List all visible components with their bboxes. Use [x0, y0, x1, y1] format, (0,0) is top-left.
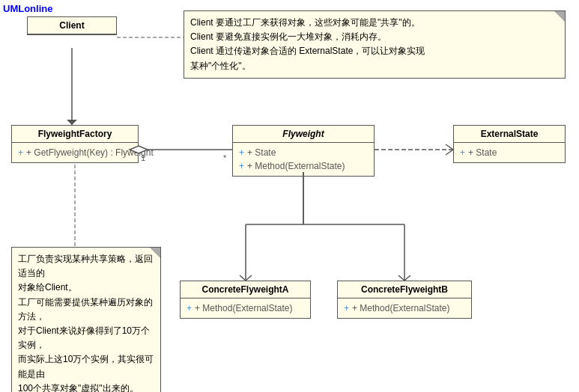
- client-box: Client: [27, 16, 117, 35]
- concrete-b-members: ++ Method(ExternalState): [338, 298, 471, 318]
- factory-members: ++ GetFlyweight(Key) : Flyweight: [12, 143, 138, 162]
- concrete-a-box: ConcreteFlyweightA ++ Method(ExternalSta…: [180, 281, 311, 319]
- external-state-box: ExternalState ++ State: [453, 125, 566, 163]
- concrete-b-box: ConcreteFlyweightB ++ Method(ExternalSta…: [337, 281, 472, 319]
- flyweight-box: Flyweight ++ State ++ Method(ExternalSta…: [232, 125, 375, 177]
- flyweight-title: Flyweight: [233, 126, 374, 143]
- flyweight-member-2: ++ Method(ExternalState): [239, 159, 368, 173]
- brand-label: UMLonline: [3, 3, 52, 14]
- concrete-b-member-1: ++ Method(ExternalState): [344, 301, 465, 315]
- external-state-member-1: ++ State: [460, 146, 559, 159]
- concrete-b-title: ConcreteFlyweightB: [338, 281, 471, 298]
- factory-box: FlyweightFactory ++ GetFlyweight(Key) : …: [11, 125, 139, 163]
- concrete-a-title: ConcreteFlyweightA: [181, 281, 310, 298]
- note-box-2: 工厂负责实现某种共享策略，返回适当的 对象给Client。 工厂可能需要提供某种…: [11, 247, 161, 392]
- svg-text:*: *: [223, 153, 227, 162]
- external-state-title: ExternalState: [454, 126, 565, 143]
- concrete-a-member-1: ++ Method(ExternalState): [187, 301, 304, 315]
- flyweight-members: ++ State ++ Method(ExternalState): [233, 143, 374, 176]
- svg-marker-2: [67, 120, 77, 125]
- factory-member-1: ++ GetFlyweight(Key) : Flyweight: [18, 146, 132, 159]
- note-box-1: Client 要通过工厂来获得对象，这些对象可能是"共享"的。 Client 要…: [184, 10, 566, 79]
- external-state-members: ++ State: [454, 143, 565, 162]
- note1-text: Client 要通过工厂来获得对象，这些对象可能是"共享"的。 Client 要…: [190, 17, 425, 71]
- note2-text: 工厂负责实现某种共享策略，返回适当的 对象给Client。 工厂可能需要提供某种…: [18, 254, 154, 392]
- concrete-a-members: ++ Method(ExternalState): [181, 298, 310, 318]
- client-title: Client: [28, 17, 116, 34]
- flyweight-member-1: ++ State: [239, 146, 368, 159]
- factory-title: FlyweightFactory: [12, 126, 138, 143]
- diagram: UMLonline Client 要通过工厂来获得对象，这些对象可能是"共享"的…: [0, 0, 579, 392]
